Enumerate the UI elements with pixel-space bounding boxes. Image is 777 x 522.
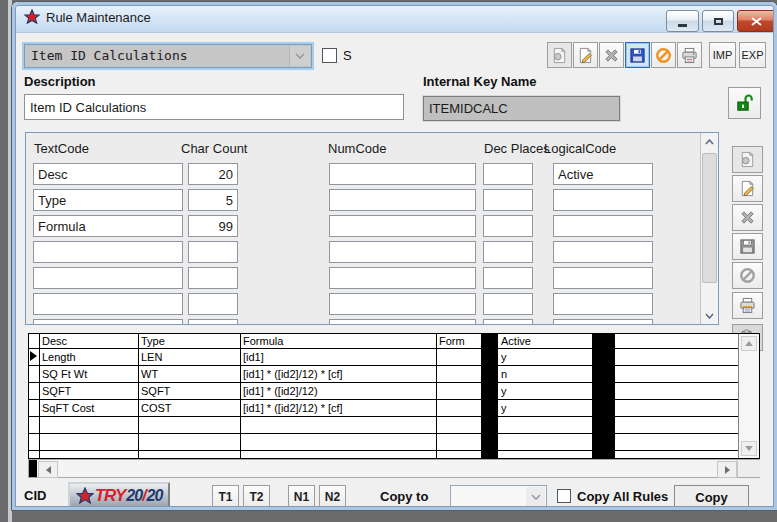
numcode-input[interactable] [329, 267, 476, 289]
title-bar[interactable]: Rule Maintenance [12, 2, 777, 33]
rules-grid-hscrollbar[interactable] [28, 459, 760, 478]
decplaces-input[interactable] [483, 319, 533, 325]
cell-formula[interactable]: [id1] * ([id2]/12) * [cf] [243, 367, 343, 381]
numcode-input[interactable] [329, 241, 476, 263]
t1-button[interactable]: T1 [212, 485, 239, 508]
save-icon[interactable] [732, 233, 763, 260]
scroll-down-icon[interactable] [741, 441, 757, 456]
new-document-icon[interactable] [732, 146, 763, 173]
charcount-input[interactable]: 20 [188, 163, 238, 185]
internal-key-label: Internal Key Name [423, 74, 536, 89]
scrollbar-thumb[interactable] [702, 153, 717, 283]
minimize-button[interactable] [666, 10, 699, 32]
cell-active[interactable]: n [501, 367, 507, 381]
scroll-down-icon[interactable] [701, 307, 718, 324]
description-value: Item ID Calculations [30, 100, 146, 115]
decplaces-input[interactable] [483, 163, 533, 185]
export-button[interactable]: EXP [739, 42, 766, 68]
charcount-input[interactable]: 99 [188, 215, 238, 237]
charcount-input[interactable] [188, 319, 238, 325]
numcode-input[interactable] [329, 163, 476, 185]
logicalcode-input[interactable] [553, 319, 653, 325]
textcode-input[interactable]: Formula [33, 215, 183, 237]
numcode-input[interactable] [329, 319, 476, 325]
logicalcode-input[interactable] [553, 241, 653, 263]
unlocked-padlock-icon[interactable] [728, 87, 761, 119]
edit-icon[interactable] [732, 175, 763, 202]
print-icon[interactable] [732, 292, 763, 319]
charcount-input[interactable] [188, 293, 238, 315]
try2020-logo[interactable]: TRY 20 / 20 [68, 482, 170, 509]
chevron-down-icon[interactable] [289, 46, 310, 66]
cell-type[interactable]: COST [141, 401, 172, 415]
textcode-input[interactable] [33, 267, 183, 289]
cell-desc[interactable]: Length [42, 350, 76, 364]
logicalcode-input[interactable]: Active [553, 163, 653, 185]
rule-combobox-value: Item ID Calculations [31, 48, 188, 63]
new-document-icon[interactable] [547, 42, 572, 68]
cell-formula[interactable]: [id1] [243, 350, 264, 364]
cell-formula[interactable]: [id1] * ([id2]/12) * [cf] [243, 401, 343, 415]
logicalcode-input[interactable] [553, 189, 653, 211]
rules-grid[interactable]: Desc Type Formula Form Active Length LEN… [28, 333, 760, 459]
edit-icon[interactable] [573, 42, 598, 68]
decplaces-input[interactable] [483, 241, 533, 263]
cell-type[interactable]: SQFT [141, 384, 170, 398]
chevron-down-icon[interactable] [526, 487, 545, 507]
cell-desc[interactable]: SqFT Cost [42, 401, 94, 415]
numcode-input[interactable] [329, 293, 476, 315]
scroll-up-icon[interactable] [701, 133, 718, 150]
cell-active[interactable]: y [501, 401, 507, 415]
decplaces-input[interactable] [483, 293, 533, 315]
close-icon[interactable] [737, 10, 776, 32]
delete-icon[interactable] [599, 42, 624, 68]
decplaces-input[interactable] [483, 189, 533, 211]
scroll-up-icon[interactable] [741, 336, 757, 351]
logicalcode-input[interactable] [553, 215, 653, 237]
cell-active[interactable]: y [501, 350, 507, 364]
textcode-input[interactable] [33, 293, 183, 315]
cancel-icon[interactable] [732, 262, 763, 289]
n1-button[interactable]: N1 [288, 485, 315, 508]
cid-label: CID [24, 488, 46, 503]
n2-button[interactable]: N2 [319, 485, 346, 508]
scroll-right-icon[interactable] [717, 461, 737, 478]
s-checkbox[interactable] [322, 48, 337, 63]
copy-to-combobox[interactable] [450, 485, 547, 509]
copy-to-label: Copy to [380, 489, 428, 504]
delete-icon[interactable] [732, 204, 763, 231]
print-icon[interactable] [677, 42, 702, 68]
numcode-input[interactable] [329, 189, 476, 211]
cell-desc[interactable]: SQFT [42, 384, 71, 398]
rule-fields-scrollbar[interactable] [700, 133, 718, 324]
cell-desc[interactable]: SQ Ft Wt [42, 367, 87, 381]
copy-all-rules-checkbox[interactable] [557, 489, 571, 503]
col-header-logicalcode: LogicalCode [544, 141, 616, 156]
rules-grid-vscrollbar[interactable] [738, 334, 760, 458]
textcode-input[interactable] [33, 319, 183, 325]
save-icon[interactable] [625, 42, 650, 68]
copy-button[interactable]: Copy [674, 485, 749, 509]
cell-formula[interactable]: [id1] * ([id2]/12) [243, 384, 318, 398]
charcount-input[interactable] [188, 241, 238, 263]
cell-type[interactable]: LEN [141, 350, 162, 364]
rule-combobox[interactable]: Item ID Calculations [24, 44, 312, 68]
cell-active[interactable]: y [501, 384, 507, 398]
import-button[interactable]: IMP [709, 42, 736, 68]
logicalcode-input[interactable] [553, 293, 653, 315]
charcount-input[interactable] [188, 267, 238, 289]
decplaces-input[interactable] [483, 267, 533, 289]
t2-button[interactable]: T2 [243, 485, 270, 508]
charcount-input[interactable]: 5 [188, 189, 238, 211]
numcode-input[interactable] [329, 215, 476, 237]
logicalcode-input[interactable] [553, 267, 653, 289]
cancel-icon[interactable] [651, 42, 676, 68]
textcode-input[interactable]: Type [33, 189, 183, 211]
maximize-button[interactable] [702, 10, 734, 32]
description-input[interactable]: Item ID Calculations [24, 94, 404, 120]
scroll-left-icon[interactable] [38, 461, 58, 478]
cell-type[interactable]: WT [141, 367, 158, 381]
textcode-input[interactable]: Desc [33, 163, 183, 185]
decplaces-input[interactable] [483, 215, 533, 237]
textcode-input[interactable] [33, 241, 183, 263]
